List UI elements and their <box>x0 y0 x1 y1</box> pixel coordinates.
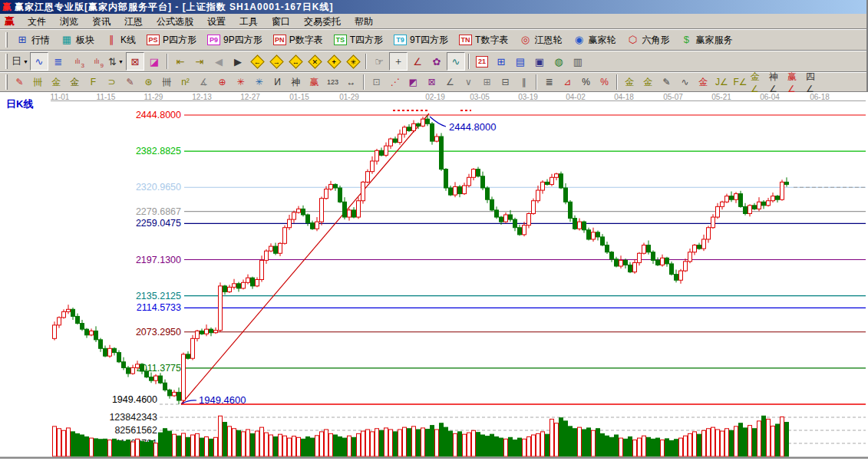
winner-service-button[interactable]: $赢家服务 <box>675 31 738 49</box>
percent-tri-button[interactable]: ⊿ <box>559 74 576 91</box>
j-angle-button[interactable]: J∠ <box>713 74 731 91</box>
printer-button[interactable]: ▥ <box>569 52 587 71</box>
angle-fan-button[interactable]: ∠ <box>441 74 459 91</box>
plain-grid-button[interactable]: 卌 <box>158 74 176 91</box>
ying-grid-button[interactable]: 赢 <box>305 74 323 91</box>
bars-3-button[interactable]: ılı3 <box>68 52 87 71</box>
zoom-out-button[interactable]: ✕ <box>305 52 324 71</box>
shift-right-button[interactable]: → <box>267 52 285 71</box>
shen-angle-button[interactable]: 神∠ <box>768 74 786 91</box>
circle-cross-button[interactable]: ⊕ <box>213 74 231 91</box>
last-bar-button[interactable]: ⇥ <box>190 52 209 71</box>
parallel-lines-button[interactable]: ∥ <box>515 74 533 91</box>
gold-lines-button[interactable]: 金 <box>639 74 657 91</box>
gold-underline-button[interactable]: 金 <box>695 74 712 91</box>
menu-item-交易委托[interactable]: 交易委托 <box>297 15 348 28</box>
zoom-h-button[interactable]: ↔ <box>286 52 305 71</box>
menu-item-工具[interactable]: 工具 <box>233 15 265 28</box>
wave-v-button[interactable]: ∨ <box>460 74 477 91</box>
sectors-button[interactable]: ▦板块 <box>55 31 100 49</box>
menu-item-文件[interactable]: 文件 <box>21 15 53 28</box>
winner-wheel-button[interactable]: ◉赢家轮 <box>567 31 621 49</box>
percent-red-button[interactable]: % <box>596 74 613 91</box>
box-diag-button[interactable]: ⊠ <box>423 74 441 91</box>
save-button[interactable]: ▣ <box>530 52 549 71</box>
kline-plot[interactable]: 2444.80002382.88252320.96502279.68672259… <box>0 92 868 461</box>
gann-flower-button[interactable]: ✿ <box>427 52 446 71</box>
hexagon-button[interactable]: ⬡六角形 <box>621 31 675 49</box>
info-panel-button[interactable]: ≣ <box>49 52 68 71</box>
p-number-table-button[interactable]: PNP数字表 <box>268 31 328 49</box>
pencil-ruler-button[interactable]: ✎ <box>658 74 675 91</box>
p9-square-button[interactable]: P99P四方形 <box>202 31 268 49</box>
fan-lines-button[interactable]: ⋰ <box>386 74 404 91</box>
world-data-button[interactable]: ◍ <box>550 52 568 71</box>
menu-item-帮助[interactable]: 帮助 <box>348 15 380 28</box>
wave-teal-button[interactable]: ∿ <box>447 52 465 71</box>
shen-grid-button[interactable]: 神 <box>287 74 305 91</box>
k-mark-button[interactable]: И <box>269 74 286 91</box>
quotes-button[interactable]: ⊞行情 <box>11 31 55 49</box>
calculator-button[interactable]: ⊞ <box>492 52 510 71</box>
low-price-annotation: 1949.4600 <box>199 394 246 406</box>
menu-item-窗口[interactable]: 窗口 <box>265 15 297 28</box>
prev-bar-button[interactable]: ◀ <box>210 52 228 71</box>
t9-square-button[interactable]: T99T四方形 <box>388 31 454 49</box>
n2-grid-button[interactable]: n² <box>177 74 194 91</box>
spiral-button[interactable]: ⊃ <box>103 74 120 91</box>
f-angle-button[interactable]: F∠ <box>731 74 749 91</box>
level-list-button[interactable]: ≣ <box>540 74 558 91</box>
next-bar-button[interactable]: ▶ <box>229 52 247 71</box>
angle-measure-button[interactable]: ∠ <box>408 52 427 71</box>
menu-item-浏览[interactable]: 浏览 <box>53 15 85 28</box>
p-square-button[interactable]: PSP四方形 <box>141 31 202 49</box>
gann-grid-button[interactable]: 卌 <box>29 74 47 91</box>
kline-button[interactable]: ∥K线 <box>100 31 141 49</box>
chart-area[interactable]: 日K线 11-0111-1511-2912-1312-2701-1501-290… <box>0 92 868 461</box>
menu-item-设置[interactable]: 设置 <box>200 15 233 28</box>
fib-grid-button[interactable]: F <box>84 74 102 91</box>
pan-hand-button[interactable]: ☞ <box>370 52 388 71</box>
first-bar-button[interactable]: ⇤ <box>171 52 190 71</box>
grid-box-1-button[interactable]: ⊞ <box>478 74 496 91</box>
angle-ruler-button[interactable]: ∡ <box>195 74 213 91</box>
notepad-button[interactable]: ▤ <box>511 52 530 71</box>
web-blue-button[interactable]: ✳ <box>250 74 268 91</box>
percent-button[interactable]: % <box>577 74 595 91</box>
grid-box-2-button[interactable]: ⊟ <box>497 74 514 91</box>
toolbar-label: T四方形 <box>350 34 383 47</box>
period-day-dropdown[interactable]: 日▼ <box>11 52 29 71</box>
box-tool-button[interactable]: ⊡ <box>368 74 385 91</box>
menu-item-江恩[interactable]: 江恩 <box>117 15 150 28</box>
zoom-fit-button[interactable]: ✳ <box>344 52 362 71</box>
pencil-grid-button[interactable]: ✎ <box>121 74 139 91</box>
gold-grid-1-button[interactable]: 金 <box>48 74 65 91</box>
zoom-in-button[interactable]: + <box>325 52 343 71</box>
profile-histogram-button[interactable]: ◪ <box>145 52 163 71</box>
draw-pencil-button[interactable]: ✎ <box>11 74 28 91</box>
si-angle-button[interactable]: 四∠ <box>805 74 823 91</box>
menu-item-公式选股[interactable]: 公式选股 <box>150 15 200 28</box>
sectors-icon: ▦ <box>61 34 73 46</box>
gann-wheel-button[interactable]: ◎江恩轮 <box>513 31 567 49</box>
pattern-tool-button[interactable]: ⊠ <box>126 52 144 71</box>
gann-wave-tool[interactable]: ∿ <box>30 52 48 71</box>
calendar-21-button[interactable]: 21 <box>473 52 491 71</box>
span-tool-button[interactable]: ↔ <box>342 74 360 91</box>
gold-angle-button[interactable]: 金∠ <box>750 74 767 91</box>
grid-123-button[interactable]: 123 <box>324 74 342 91</box>
web-red-button[interactable]: ✳ <box>232 74 249 91</box>
a-wave-button[interactable]: ∿ <box>676 74 694 91</box>
gold-grid-2-button[interactable]: 金 <box>66 74 84 91</box>
crosshair-button[interactable]: ＋ <box>389 52 408 71</box>
ying-angle-button[interactable]: 赢∠ <box>787 74 804 91</box>
candle-style-dropdown[interactable]: ⇅▼ <box>107 52 125 71</box>
fan-box-button[interactable]: ◩ <box>404 74 422 91</box>
shift-left-button[interactable]: ← <box>248 52 266 71</box>
t-square-button[interactable]: TST四方形 <box>328 31 388 49</box>
circle-angle-button[interactable]: ⊛ <box>140 74 157 91</box>
bars-9-button[interactable]: ılı9 <box>87 52 106 71</box>
t-number-table-button[interactable]: TNT数字表 <box>454 31 513 49</box>
gold-circle-button[interactable]: 金 <box>621 74 639 91</box>
menu-item-资讯[interactable]: 资讯 <box>85 15 117 28</box>
